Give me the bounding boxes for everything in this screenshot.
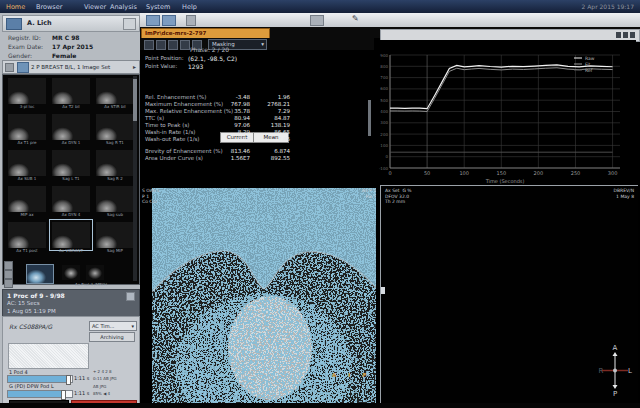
overlay-line: Th 2 mm <box>385 199 412 205</box>
slider1-track[interactable] <box>7 375 73 383</box>
svg-text:A: A <box>613 344 618 352</box>
thumbnail-image <box>8 150 46 176</box>
param-row-mean: 7.29 <box>252 108 290 114</box>
slider2-track[interactable] <box>7 390 73 398</box>
series-thumbnail[interactable]: 3-pl loc <box>8 78 46 104</box>
thumbnail-image <box>96 150 134 176</box>
series-thumbnail[interactable]: Ax T1 pre <box>8 114 46 140</box>
param-row-label: TTC (s) <box>145 115 164 121</box>
tool-chip-icon[interactable] <box>4 270 13 279</box>
thumbnail-image <box>96 114 134 140</box>
x-tick-label: 300 <box>608 170 618 176</box>
thumbnail-caption: Ax SUB 1 <box>8 176 46 181</box>
x-tick-label: 150 <box>497 170 507 176</box>
table-scrollbar[interactable] <box>368 100 371 136</box>
mini-thumbnail[interactable] <box>62 265 80 280</box>
y-tick-label: 900 <box>380 53 388 58</box>
slider1-fill <box>8 376 68 382</box>
edit-pencil-icon[interactable]: ✎ <box>352 14 359 23</box>
enhancement-chart-panel[interactable]: -100010020030040050060070080090005010015… <box>374 40 636 185</box>
param-row-current: 813.46 <box>212 148 250 154</box>
series-thumbnail[interactable]: Sag sub <box>96 186 134 212</box>
series-thumbnail[interactable]: Ax VIBRANT <box>52 222 90 248</box>
mini-thumbnail[interactable] <box>86 265 104 280</box>
series-thumbnail[interactable]: Sag R 2 <box>96 150 134 176</box>
menu-item-system[interactable]: System <box>146 3 170 11</box>
thumbnail-caption: MIP ax <box>8 212 46 217</box>
collapse-icon[interactable] <box>5 63 14 72</box>
param-row-mean: 2768.21 <box>252 101 290 107</box>
thumbnail-caption: Sag sub <box>96 212 134 217</box>
slider1-value: 1:11 s <box>74 375 89 381</box>
menu-item-analysis[interactable]: Analysis <box>110 3 137 11</box>
grid-layout-icon[interactable] <box>144 40 154 50</box>
ac-time-dropdown[interactable]: AC Tim... ▾ <box>89 321 137 331</box>
thumbnail-caption: Ax STIR bil <box>96 104 134 109</box>
mri-image[interactable] <box>152 188 376 403</box>
series-thumbnail[interactable]: Ax SUB 1 <box>8 150 46 176</box>
fused-mini-thumbnail[interactable] <box>26 264 54 284</box>
patient-header[interactable]: A. Lich <box>2 15 140 32</box>
series-thumbnail[interactable]: Sag R T1 <box>96 114 134 140</box>
scan-control-panel: Rx CS088PA/G AC Tim... ▾ Archiving 1 Pod… <box>2 316 140 408</box>
pin-icon[interactable] <box>616 32 621 38</box>
status-badge-icon[interactable] <box>126 292 135 301</box>
splitter-handle[interactable] <box>381 287 385 294</box>
patient-field-label: Registr. ID: <box>8 34 41 41</box>
param-row-current: 767.98 <box>212 101 250 107</box>
series-thumbnail[interactable]: Ax T2 bil <box>52 78 90 104</box>
tool-chip-icon[interactable] <box>4 279 13 288</box>
thumbnail-image <box>52 114 90 140</box>
phase-indicator: Phase: 2 / 20 <box>190 46 229 53</box>
series-thumbnail[interactable]: MIP ax <box>8 186 46 212</box>
patient-header-button[interactable] <box>123 18 136 30</box>
secondary-viewport[interactable]: Ax Set G %DFOV 32.0Th 2 mm DBREV/N1 May … <box>380 185 638 403</box>
series-thumbnail[interactable]: Ax T1 post <box>8 222 46 248</box>
svg-text:P: P <box>613 390 617 397</box>
series-selector[interactable]: 2 P BREAST B/L, 1 Image Set ▸ <box>2 60 140 74</box>
sidebar-scrollbar-thumb[interactable] <box>133 79 137 121</box>
svg-text:L: L <box>628 367 632 375</box>
chevron-down-icon: ▾ <box>261 40 266 49</box>
y-tick-label: -100 <box>379 166 389 171</box>
series-icon <box>17 62 29 73</box>
menu-item-viewer[interactable]: Viewer <box>84 3 106 11</box>
open-folder-icon[interactable] <box>146 15 160 26</box>
menu-item-browser[interactable]: Browser <box>36 3 62 11</box>
patient-field-label: Gender: <box>8 52 32 59</box>
archive-button[interactable]: Archiving <box>89 332 135 342</box>
thumbnail-caption: Ax T1 post <box>8 248 46 253</box>
roi-icon[interactable] <box>156 40 166 50</box>
scan-status-line3: 1 Aug 05 1:19 PM <box>7 308 56 314</box>
series-thumbnail[interactable]: Ax STIR bil <box>96 78 134 104</box>
slider1-side-top: + 2 4 2 8 <box>93 369 112 374</box>
eraser-icon[interactable] <box>168 40 178 50</box>
window-toolbar: ✎ <box>140 13 640 28</box>
pencil-tool-icon[interactable] <box>180 40 190 50</box>
y-tick-label: 600 <box>380 86 388 91</box>
menu-item-home[interactable]: Home <box>6 3 25 11</box>
series-thumbnail[interactable]: Sag L T1 <box>52 150 90 176</box>
series-thumbnail[interactable]: Ax DYN 4 <box>52 186 90 212</box>
slider2-handle[interactable] <box>61 390 66 400</box>
series-thumbnail[interactable]: Ax DYN 1 <box>52 114 90 140</box>
x-tick-label: 100 <box>459 170 469 176</box>
slider1-handle[interactable] <box>66 375 71 385</box>
enhancement-chart[interactable]: -100010020030040050060070080090005010015… <box>374 40 636 185</box>
mri-viewport[interactable]: S OAS LP 1Co Cor An P 1Pw T A I P <box>140 185 380 403</box>
layout-icon[interactable] <box>630 32 635 38</box>
chevron-right-icon[interactable]: ▸ <box>133 63 136 70</box>
slider2-side2: 85% ◀ 4 <box>93 391 110 396</box>
minimize-icon[interactable] <box>623 32 628 38</box>
menu-item-help[interactable]: Help <box>182 3 197 11</box>
tool-chip-icon[interactable] <box>4 261 13 270</box>
series-thumbnail[interactable]: Sag MIP <box>96 222 134 248</box>
enhancing-lesion <box>228 296 312 400</box>
ac-time-dropdown-label: AC Tim... <box>92 323 114 329</box>
scan-status-line1: 1 Proc of 9 - 9/98 <box>7 292 65 299</box>
network-icon[interactable] <box>310 15 324 26</box>
save-folder-icon[interactable] <box>162 15 176 26</box>
param-row-mean: 892.55 <box>252 155 290 161</box>
patient-field-label: Exam Date: <box>8 43 43 50</box>
param-row-current: -3.48 <box>212 94 250 100</box>
